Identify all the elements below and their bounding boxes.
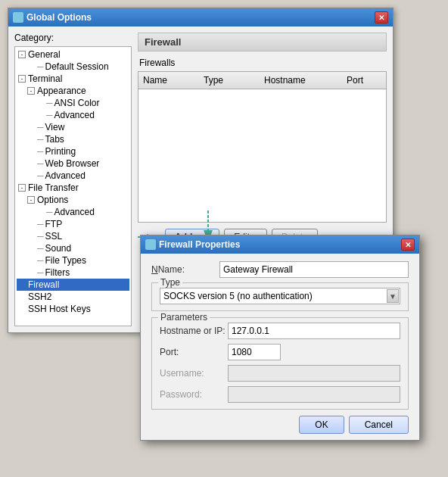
tree-item-general[interactable]: - General (17, 48, 129, 61)
tree-item-firewall[interactable]: Firewall (17, 279, 129, 291)
window-title: Global Options (26, 12, 92, 23)
tree-item-sound[interactable]: ─ Sound (17, 242, 129, 254)
expander-options[interactable]: - (27, 196, 35, 204)
tree-label-sound: Sound (45, 243, 72, 254)
global-options-titlebar: Global Options ✕ (8, 8, 393, 26)
tree-item-ssh-host-keys[interactable]: SSH Host Keys (17, 303, 129, 315)
category-panel: Category: - General ─ Default Session - … (14, 33, 132, 326)
hostname-row: Hostname or IP: (160, 323, 400, 339)
tree-item-view[interactable]: ─ View (17, 121, 129, 133)
name-row: NName: (151, 261, 409, 278)
type-group-label: Type (158, 277, 182, 288)
tree-item-default-session[interactable]: ─ Default Session (17, 61, 129, 73)
hostname-label: Hostname or IP: (160, 326, 228, 336)
tree-item-advanced-terminal[interactable]: ─ Advanced (17, 170, 129, 182)
parameters-group: Parameters Hostname or IP: Port: Usernam… (151, 317, 409, 410)
col-hostname: Hostname (263, 73, 345, 87)
tree-label-web-browser: Web Browser (45, 158, 100, 169)
col-name: Name (142, 73, 202, 87)
firewalls-table: Name Type Hostname Port (138, 71, 387, 223)
tree-item-terminal[interactable]: - Terminal (17, 73, 129, 85)
table-header: Name Type Hostname Port (138, 72, 386, 89)
tree-label-advanced-terminal: Advanced (45, 170, 86, 181)
password-input (228, 386, 400, 403)
dialog-titlebar: Firewall Properties ✕ (141, 235, 419, 254)
category-label: Category: (14, 33, 132, 43)
tree-label-firewall: Firewall (28, 279, 59, 290)
window-icon (13, 12, 23, 23)
table-body (138, 89, 386, 220)
type-group: Type SOCKS version 4 SOCKS version 5 (no… (151, 282, 409, 311)
tree-label-advanced-options: Advanced (54, 207, 95, 217)
username-label: Username: (160, 368, 228, 379)
tree-item-file-transfer[interactable]: - File Transfer (17, 182, 129, 194)
tree-item-file-types[interactable]: ─ File Types (17, 254, 129, 267)
tree-label-file-types: File Types (45, 255, 86, 266)
dialog-icon (145, 239, 156, 250)
password-row: Password: (160, 386, 400, 403)
tree-label-ssh2: SSH2 (28, 292, 51, 302)
hostname-input[interactable] (228, 323, 400, 339)
name-label: NName: (151, 264, 219, 275)
password-label: Password: (160, 389, 228, 400)
tree-label-options: Options (37, 195, 68, 205)
username-row: Username: (160, 365, 400, 382)
tree-item-ssh2[interactable]: SSH2 (17, 291, 129, 303)
tree-item-tabs[interactable]: ─ Tabs (17, 133, 129, 145)
firewall-properties-dialog: Firewall Properties ✕ NName: Type SOCKS … (140, 235, 420, 441)
dialog-button-row: OK Cancel (151, 416, 409, 434)
port-input[interactable] (228, 344, 281, 360)
parameters-group-label: Parameters (158, 312, 210, 323)
tree-item-web-browser[interactable]: ─ Web Browser (17, 157, 129, 170)
expander-general[interactable]: - (18, 51, 26, 58)
dialog-body: NName: Type SOCKS version 4 SOCKS versio… (141, 254, 419, 440)
tree-label-ssh-host-keys: SSH Host Keys (28, 304, 91, 314)
col-port: Port (345, 73, 383, 87)
expander-terminal[interactable]: - (18, 75, 26, 83)
tree-item-printing[interactable]: ─ Printing (17, 145, 129, 157)
tree-label-advanced-appearance: Advanced (54, 110, 95, 120)
subsection-label: Firewalls (138, 58, 387, 68)
type-select[interactable]: SOCKS version 4 SOCKS version 5 (no auth… (160, 288, 400, 304)
tree-item-appearance[interactable]: - Appearance (17, 85, 129, 97)
tree-label-ssl: SSL (45, 231, 63, 242)
section-header: Firewall (138, 33, 387, 51)
tree-label-terminal: Terminal (28, 73, 62, 84)
col-type: Type (202, 73, 263, 87)
tree-item-filters[interactable]: ─ Filters (17, 267, 129, 279)
close-button[interactable]: ✕ (375, 11, 388, 23)
expander-appearance[interactable]: - (27, 87, 35, 95)
tree-label-default-session: Default Session (45, 61, 109, 72)
tree-label-general: General (28, 49, 61, 60)
tree-item-advanced-options[interactable]: ─ Advanced (17, 206, 129, 218)
tree-label-tabs: Tabs (45, 134, 64, 145)
port-label: Port: (160, 347, 228, 357)
port-row: Port: (160, 344, 400, 360)
tree-label-view: View (45, 122, 65, 132)
tree-label-filters: Filters (45, 267, 70, 278)
tree-label-appearance: Appearance (37, 86, 86, 96)
tree-label-printing: Printing (45, 146, 76, 157)
tree-item-options[interactable]: - Options (17, 194, 129, 206)
tree-item-ssl[interactable]: ─ SSL (17, 230, 129, 242)
username-input (228, 365, 400, 382)
dialog-close-button[interactable]: ✕ (401, 238, 415, 251)
type-dropdown-wrapper: SOCKS version 4 SOCKS version 5 (no auth… (160, 288, 400, 304)
tree-item-ansi-color[interactable]: ─ ANSI Color (17, 97, 129, 109)
expander-file-transfer[interactable]: - (18, 184, 26, 192)
tree-item-advanced-appearance[interactable]: ─ Advanced (17, 109, 129, 121)
ok-button[interactable]: OK (299, 416, 344, 434)
cancel-button[interactable]: Cancel (349, 416, 409, 434)
tree-label-ftp: FTP (45, 219, 63, 229)
tree-label-ansi-color: ANSI Color (54, 98, 100, 108)
tree-item-ftp[interactable]: ─ FTP (17, 218, 129, 230)
name-input[interactable] (219, 261, 409, 278)
tree-label-file-transfer: File Transfer (28, 182, 79, 193)
dialog-title: Firewall Properties (159, 239, 240, 250)
category-tree[interactable]: - General ─ Default Session - Terminal - (14, 46, 132, 326)
